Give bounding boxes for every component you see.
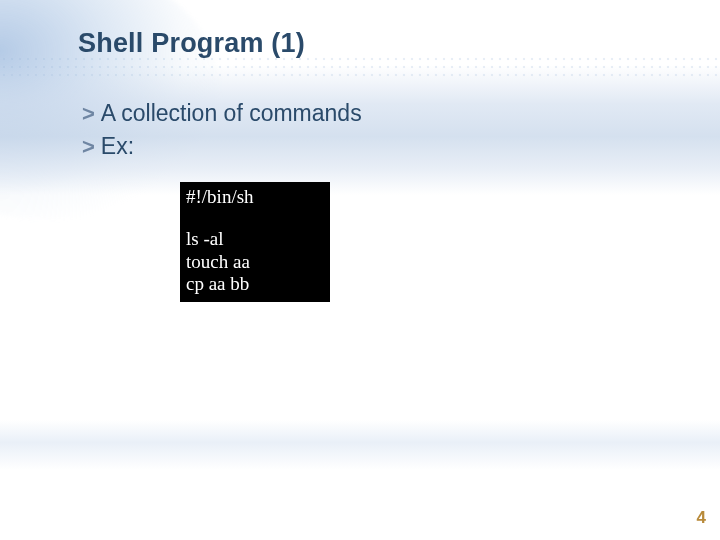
bullet-item: > Ex: — [82, 131, 362, 162]
page-number: 4 — [697, 508, 706, 528]
chevron-icon: > — [82, 99, 95, 129]
slide-title: Shell Program (1) — [78, 28, 305, 59]
code-blank-line — [186, 209, 324, 228]
code-line: cp aa bb — [186, 273, 324, 296]
code-line: touch aa — [186, 251, 324, 274]
bg-lowband-art — [0, 420, 720, 470]
bullet-list: > A collection of commands > Ex: — [82, 98, 362, 164]
slide: Shell Program (1) > A collection of comm… — [0, 0, 720, 540]
bullet-item: > A collection of commands — [82, 98, 362, 129]
bullet-text: Ex: — [101, 131, 134, 162]
chevron-icon: > — [82, 132, 95, 162]
bullet-text: A collection of commands — [101, 98, 362, 129]
code-line: ls -al — [186, 228, 324, 251]
code-block: #!/bin/sh ls -al touch aa cp aa bb — [180, 182, 330, 302]
code-line: #!/bin/sh — [186, 186, 324, 209]
